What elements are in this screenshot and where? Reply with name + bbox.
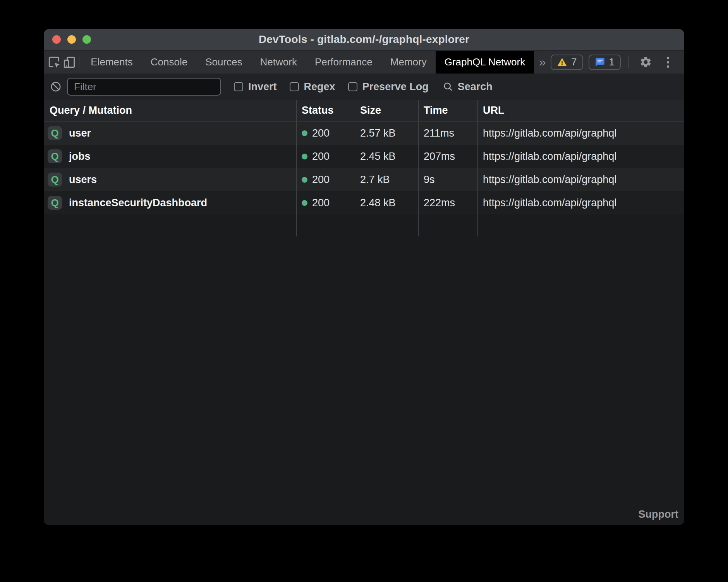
url-value: https://gitlab.com/api/graphql (477, 122, 684, 145)
warnings-button[interactable]: 7 (551, 55, 583, 70)
kebab-menu-icon (667, 57, 669, 68)
query-type-badge: Q (48, 196, 62, 210)
status-value: 200 (312, 197, 330, 209)
close-button[interactable] (52, 35, 61, 44)
invert-checkbox[interactable] (234, 82, 243, 91)
query-name: jobs (69, 151, 91, 163)
status-ok-dot (302, 154, 307, 159)
gear-icon (639, 56, 652, 68)
time-value: 211ms (418, 122, 477, 145)
time-value: 9s (418, 168, 477, 191)
filter-input[interactable] (67, 78, 221, 96)
device-toolbar-button[interactable] (62, 51, 76, 74)
status-value: 200 (312, 174, 330, 186)
size-value: 2.7 kB (355, 168, 418, 191)
filter-toolbar: Invert Regex Preserve Log Search (44, 74, 684, 100)
column-header-query-mutation[interactable]: Query / Mutation (44, 100, 296, 121)
block-icon (50, 81, 62, 92)
query-type-badge: Q (48, 149, 62, 163)
more-options-button[interactable] (659, 54, 676, 71)
column-header-size[interactable]: Size (355, 100, 418, 121)
traffic-lights (52, 29, 91, 50)
status-ok-dot (302, 200, 307, 206)
regex-checkbox[interactable] (290, 82, 299, 91)
inspect-element-button[interactable] (47, 51, 62, 74)
status-ok-dot (302, 177, 307, 183)
column-divider-extension (44, 214, 684, 236)
status-ok-dot (302, 130, 307, 136)
query-type-badge: Q (48, 173, 62, 187)
devtools-window: DevTools - gitlab.com/-/graphql-explorer… (44, 29, 684, 525)
url-value: https://gitlab.com/api/graphql (477, 191, 684, 214)
query-name: user (69, 127, 91, 139)
size-value: 2.57 kB (355, 122, 418, 145)
support-link[interactable]: Support (639, 508, 678, 520)
panel-empty-area: Support (44, 236, 684, 525)
search-icon (443, 81, 453, 92)
more-tabs-chevron[interactable]: » (534, 51, 551, 74)
title-bar: DevTools - gitlab.com/-/graphql-explorer (44, 29, 684, 51)
tab-console[interactable]: Console (142, 51, 196, 74)
tab-sources[interactable]: Sources (196, 51, 251, 74)
table-row[interactable]: Qjobs 200 2.45 kB 207ms https://gitlab.c… (44, 145, 684, 168)
search-button[interactable]: Search (443, 81, 493, 93)
query-type-badge: Q (48, 126, 62, 140)
warning-count: 7 (571, 56, 577, 68)
tab-memory[interactable]: Memory (381, 51, 436, 74)
tabbar-right-controls: 7 1 (551, 51, 684, 74)
column-header-url[interactable]: URL (477, 100, 684, 121)
time-value: 222ms (418, 191, 477, 214)
url-value: https://gitlab.com/api/graphql (477, 168, 684, 191)
time-value: 207ms (418, 145, 477, 168)
size-value: 2.45 kB (355, 145, 418, 168)
issues-button[interactable]: 1 (589, 55, 621, 70)
message-count: 1 (609, 56, 615, 68)
table-row[interactable]: QinstanceSecurityDashboard 200 2.48 kB 2… (44, 191, 684, 214)
query-name: users (69, 174, 97, 186)
settings-button[interactable] (637, 54, 654, 71)
tab-graphql-network[interactable]: GraphQL Network (436, 51, 534, 74)
size-value: 2.48 kB (355, 191, 418, 214)
preserve-log-checkbox[interactable] (348, 82, 357, 91)
status-value: 200 (312, 127, 330, 139)
regex-checkbox-group[interactable]: Regex (290, 81, 335, 93)
column-header-time[interactable]: Time (418, 100, 477, 121)
url-value: https://gitlab.com/api/graphql (477, 145, 684, 168)
message-icon (595, 57, 605, 67)
device-toolbar-icon (62, 55, 76, 69)
zoom-button[interactable] (82, 35, 91, 44)
invert-label: Invert (248, 81, 277, 93)
minimize-button[interactable] (67, 35, 76, 44)
status-value: 200 (312, 151, 330, 163)
invert-checkbox-group[interactable]: Invert (234, 81, 277, 93)
warning-triangle-icon (557, 57, 567, 67)
regex-label: Regex (304, 81, 335, 93)
table-row[interactable]: Qusers 200 2.7 kB 9s https://gitlab.com/… (44, 168, 684, 191)
tab-elements[interactable]: Elements (82, 51, 141, 74)
window-title: DevTools - gitlab.com/-/graphql-explorer (259, 33, 469, 46)
clear-filter-button[interactable] (50, 81, 62, 92)
controls-divider (628, 56, 629, 68)
inspect-cursor-icon (47, 55, 61, 69)
table-header: Query / Mutation Status Size Time URL (44, 100, 684, 122)
tab-performance[interactable]: Performance (306, 51, 381, 74)
tab-network[interactable]: Network (251, 51, 306, 74)
preserve-log-checkbox-group[interactable]: Preserve Log (348, 81, 429, 93)
devtools-tab-bar: Elements Console Sources Network Perform… (44, 51, 684, 74)
table-row[interactable]: Quser 200 2.57 kB 211ms https://gitlab.c… (44, 122, 684, 145)
preserve-log-label: Preserve Log (362, 81, 429, 93)
search-label: Search (458, 81, 493, 93)
toolbar-divider (79, 56, 79, 68)
query-name: instanceSecurityDashboard (69, 197, 207, 209)
column-header-status[interactable]: Status (296, 100, 355, 121)
